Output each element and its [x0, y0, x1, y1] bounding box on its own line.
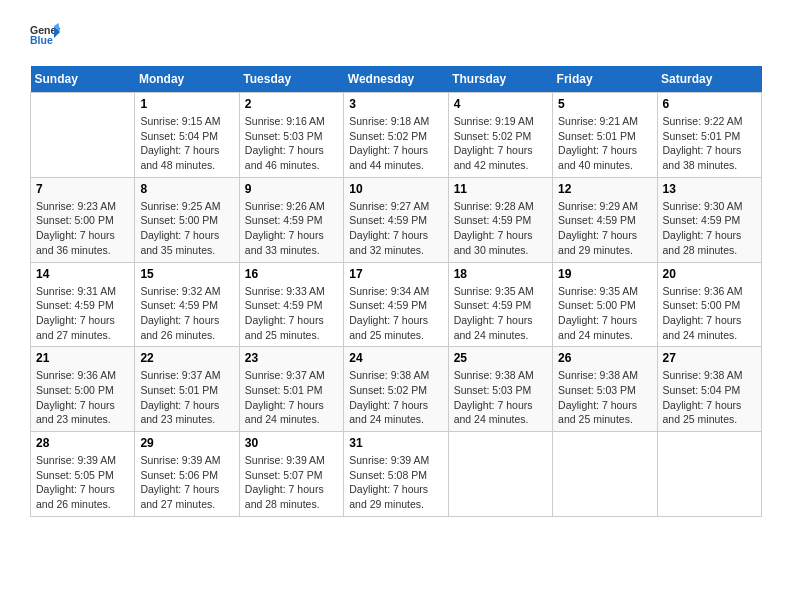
calendar-cell: 13Sunrise: 9:30 AMSunset: 4:59 PMDayligh… — [657, 177, 761, 262]
calendar-body: 1Sunrise: 9:15 AMSunset: 5:04 PMDaylight… — [31, 93, 762, 517]
day-info: Sunrise: 9:38 AMSunset: 5:04 PMDaylight:… — [663, 368, 756, 427]
day-number: 5 — [558, 97, 651, 111]
calendar-cell: 28Sunrise: 9:39 AMSunset: 5:05 PMDayligh… — [31, 432, 135, 517]
day-number: 4 — [454, 97, 547, 111]
day-number: 16 — [245, 267, 338, 281]
day-info: Sunrise: 9:38 AMSunset: 5:03 PMDaylight:… — [454, 368, 547, 427]
day-number: 11 — [454, 182, 547, 196]
header: General Blue — [30, 20, 762, 50]
day-number: 14 — [36, 267, 129, 281]
day-number: 24 — [349, 351, 442, 365]
day-info: Sunrise: 9:35 AMSunset: 4:59 PMDaylight:… — [454, 284, 547, 343]
calendar-cell: 11Sunrise: 9:28 AMSunset: 4:59 PMDayligh… — [448, 177, 552, 262]
day-info: Sunrise: 9:28 AMSunset: 4:59 PMDaylight:… — [454, 199, 547, 258]
day-number: 18 — [454, 267, 547, 281]
day-number: 9 — [245, 182, 338, 196]
day-number: 26 — [558, 351, 651, 365]
calendar-cell: 14Sunrise: 9:31 AMSunset: 4:59 PMDayligh… — [31, 262, 135, 347]
day-info: Sunrise: 9:27 AMSunset: 4:59 PMDaylight:… — [349, 199, 442, 258]
calendar-header-saturday: Saturday — [657, 66, 761, 93]
day-number: 17 — [349, 267, 442, 281]
day-info: Sunrise: 9:37 AMSunset: 5:01 PMDaylight:… — [140, 368, 233, 427]
day-info: Sunrise: 9:31 AMSunset: 4:59 PMDaylight:… — [36, 284, 129, 343]
calendar-header-monday: Monday — [135, 66, 239, 93]
day-number: 19 — [558, 267, 651, 281]
day-info: Sunrise: 9:39 AMSunset: 5:07 PMDaylight:… — [245, 453, 338, 512]
day-info: Sunrise: 9:29 AMSunset: 4:59 PMDaylight:… — [558, 199, 651, 258]
day-info: Sunrise: 9:21 AMSunset: 5:01 PMDaylight:… — [558, 114, 651, 173]
day-info: Sunrise: 9:30 AMSunset: 4:59 PMDaylight:… — [663, 199, 756, 258]
calendar-cell: 1Sunrise: 9:15 AMSunset: 5:04 PMDaylight… — [135, 93, 239, 178]
day-number: 28 — [36, 436, 129, 450]
calendar-cell: 27Sunrise: 9:38 AMSunset: 5:04 PMDayligh… — [657, 347, 761, 432]
day-number: 6 — [663, 97, 756, 111]
day-number: 29 — [140, 436, 233, 450]
logo: General Blue — [30, 20, 60, 50]
calendar-header-thursday: Thursday — [448, 66, 552, 93]
day-number: 25 — [454, 351, 547, 365]
calendar-cell: 8Sunrise: 9:25 AMSunset: 5:00 PMDaylight… — [135, 177, 239, 262]
calendar-week-row: 28Sunrise: 9:39 AMSunset: 5:05 PMDayligh… — [31, 432, 762, 517]
day-info: Sunrise: 9:39 AMSunset: 5:06 PMDaylight:… — [140, 453, 233, 512]
day-number: 7 — [36, 182, 129, 196]
day-info: Sunrise: 9:19 AMSunset: 5:02 PMDaylight:… — [454, 114, 547, 173]
calendar-cell: 9Sunrise: 9:26 AMSunset: 4:59 PMDaylight… — [239, 177, 343, 262]
calendar-header-row: SundayMondayTuesdayWednesdayThursdayFrid… — [31, 66, 762, 93]
calendar-cell — [657, 432, 761, 517]
svg-text:Blue: Blue — [30, 34, 53, 46]
calendar-cell: 23Sunrise: 9:37 AMSunset: 5:01 PMDayligh… — [239, 347, 343, 432]
day-number: 27 — [663, 351, 756, 365]
calendar-cell: 2Sunrise: 9:16 AMSunset: 5:03 PMDaylight… — [239, 93, 343, 178]
day-info: Sunrise: 9:33 AMSunset: 4:59 PMDaylight:… — [245, 284, 338, 343]
day-info: Sunrise: 9:38 AMSunset: 5:02 PMDaylight:… — [349, 368, 442, 427]
calendar-cell — [553, 432, 657, 517]
calendar-cell: 26Sunrise: 9:38 AMSunset: 5:03 PMDayligh… — [553, 347, 657, 432]
calendar-table: SundayMondayTuesdayWednesdayThursdayFrid… — [30, 66, 762, 517]
calendar-cell — [448, 432, 552, 517]
day-number: 21 — [36, 351, 129, 365]
calendar-header-tuesday: Tuesday — [239, 66, 343, 93]
calendar-cell: 21Sunrise: 9:36 AMSunset: 5:00 PMDayligh… — [31, 347, 135, 432]
day-number: 31 — [349, 436, 442, 450]
calendar-cell: 19Sunrise: 9:35 AMSunset: 5:00 PMDayligh… — [553, 262, 657, 347]
day-number: 8 — [140, 182, 233, 196]
calendar-cell: 16Sunrise: 9:33 AMSunset: 4:59 PMDayligh… — [239, 262, 343, 347]
day-info: Sunrise: 9:18 AMSunset: 5:02 PMDaylight:… — [349, 114, 442, 173]
day-number: 15 — [140, 267, 233, 281]
calendar-cell: 12Sunrise: 9:29 AMSunset: 4:59 PMDayligh… — [553, 177, 657, 262]
day-number: 20 — [663, 267, 756, 281]
calendar-cell — [31, 93, 135, 178]
calendar-cell: 30Sunrise: 9:39 AMSunset: 5:07 PMDayligh… — [239, 432, 343, 517]
calendar-cell: 29Sunrise: 9:39 AMSunset: 5:06 PMDayligh… — [135, 432, 239, 517]
day-info: Sunrise: 9:37 AMSunset: 5:01 PMDaylight:… — [245, 368, 338, 427]
day-number: 12 — [558, 182, 651, 196]
day-number: 30 — [245, 436, 338, 450]
calendar-header-wednesday: Wednesday — [344, 66, 448, 93]
day-info: Sunrise: 9:22 AMSunset: 5:01 PMDaylight:… — [663, 114, 756, 173]
calendar-cell: 17Sunrise: 9:34 AMSunset: 4:59 PMDayligh… — [344, 262, 448, 347]
day-info: Sunrise: 9:32 AMSunset: 4:59 PMDaylight:… — [140, 284, 233, 343]
calendar-cell: 22Sunrise: 9:37 AMSunset: 5:01 PMDayligh… — [135, 347, 239, 432]
calendar-header-sunday: Sunday — [31, 66, 135, 93]
day-info: Sunrise: 9:39 AMSunset: 5:05 PMDaylight:… — [36, 453, 129, 512]
day-info: Sunrise: 9:36 AMSunset: 5:00 PMDaylight:… — [36, 368, 129, 427]
calendar-cell: 4Sunrise: 9:19 AMSunset: 5:02 PMDaylight… — [448, 93, 552, 178]
day-number: 23 — [245, 351, 338, 365]
calendar-week-row: 7Sunrise: 9:23 AMSunset: 5:00 PMDaylight… — [31, 177, 762, 262]
calendar-cell: 6Sunrise: 9:22 AMSunset: 5:01 PMDaylight… — [657, 93, 761, 178]
day-info: Sunrise: 9:35 AMSunset: 5:00 PMDaylight:… — [558, 284, 651, 343]
calendar-cell: 7Sunrise: 9:23 AMSunset: 5:00 PMDaylight… — [31, 177, 135, 262]
day-number: 22 — [140, 351, 233, 365]
day-info: Sunrise: 9:39 AMSunset: 5:08 PMDaylight:… — [349, 453, 442, 512]
day-number: 3 — [349, 97, 442, 111]
day-info: Sunrise: 9:26 AMSunset: 4:59 PMDaylight:… — [245, 199, 338, 258]
day-number: 2 — [245, 97, 338, 111]
day-info: Sunrise: 9:25 AMSunset: 5:00 PMDaylight:… — [140, 199, 233, 258]
day-info: Sunrise: 9:36 AMSunset: 5:00 PMDaylight:… — [663, 284, 756, 343]
calendar-header-friday: Friday — [553, 66, 657, 93]
calendar-week-row: 21Sunrise: 9:36 AMSunset: 5:00 PMDayligh… — [31, 347, 762, 432]
calendar-cell: 31Sunrise: 9:39 AMSunset: 5:08 PMDayligh… — [344, 432, 448, 517]
day-info: Sunrise: 9:34 AMSunset: 4:59 PMDaylight:… — [349, 284, 442, 343]
calendar-cell: 10Sunrise: 9:27 AMSunset: 4:59 PMDayligh… — [344, 177, 448, 262]
calendar-cell: 18Sunrise: 9:35 AMSunset: 4:59 PMDayligh… — [448, 262, 552, 347]
